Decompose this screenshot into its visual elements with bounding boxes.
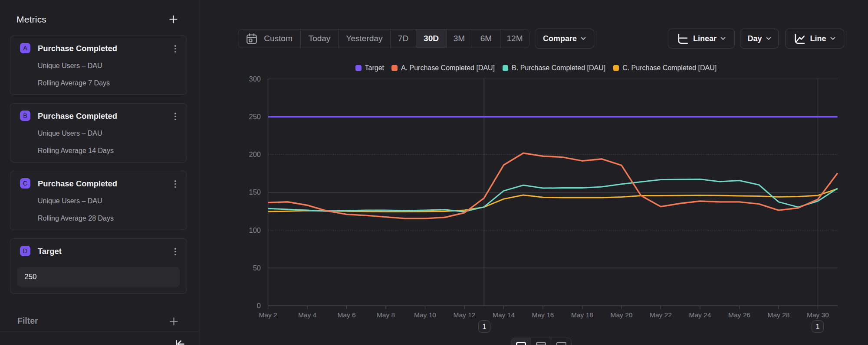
svg-text:May 14: May 14 <box>493 311 515 319</box>
svg-text:May 8: May 8 <box>377 311 395 319</box>
svg-text:May 26: May 26 <box>728 311 750 319</box>
svg-text:300: 300 <box>249 75 261 83</box>
svg-text:100: 100 <box>249 226 261 234</box>
svg-text:0: 0 <box>257 302 261 309</box>
svg-text:May 22: May 22 <box>650 311 672 319</box>
svg-text:May 4: May 4 <box>298 311 317 319</box>
svg-text:150: 150 <box>249 188 261 196</box>
svg-text:250: 250 <box>249 113 261 120</box>
svg-text:May 24: May 24 <box>689 311 711 319</box>
svg-text:May 20: May 20 <box>611 311 633 319</box>
svg-text:May 16: May 16 <box>532 311 554 319</box>
svg-text:200: 200 <box>249 150 261 158</box>
svg-text:May 28: May 28 <box>768 311 790 319</box>
svg-text:May 12: May 12 <box>454 311 476 319</box>
svg-text:May 30: May 30 <box>807 311 829 319</box>
svg-text:May 18: May 18 <box>571 311 593 319</box>
svg-text:May 2: May 2 <box>259 311 277 319</box>
svg-text:May 6: May 6 <box>337 311 355 319</box>
svg-text:50: 50 <box>253 264 261 272</box>
svg-text:May 10: May 10 <box>414 311 436 319</box>
